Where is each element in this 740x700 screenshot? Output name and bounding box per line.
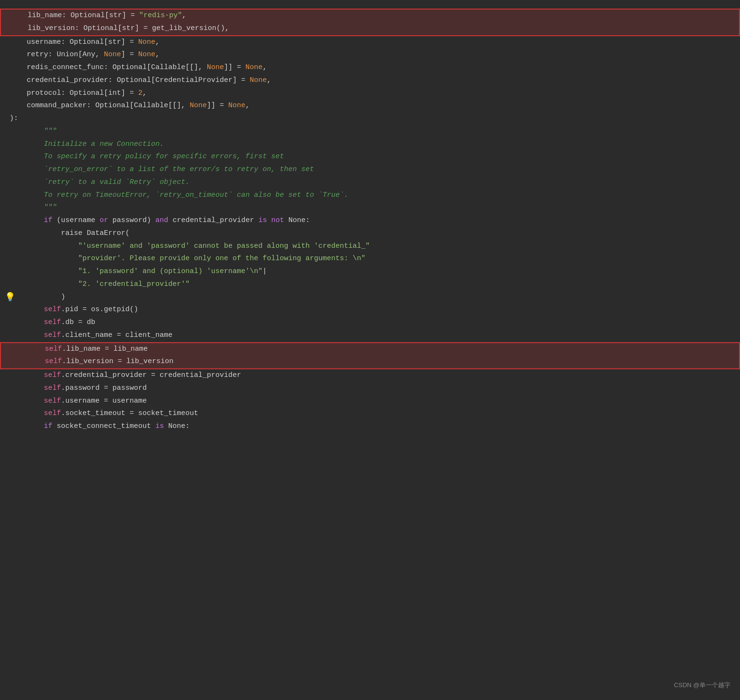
- code-token: self: [44, 384, 61, 392]
- code-token: None: [245, 63, 263, 71]
- code-token: "provider'. Please provide only one of t…: [10, 254, 365, 263]
- code-token: None: [104, 51, 121, 59]
- code-line: "2. 'credential_provider'": [0, 278, 740, 291]
- code-line: if socket_connect_timeout is None:: [0, 420, 740, 433]
- code-token: 2: [138, 89, 142, 97]
- code-token: [10, 216, 44, 224]
- code-token: None: [250, 76, 267, 84]
- code-token: raise DataError(: [10, 229, 130, 237]
- code-line: ): [0, 291, 740, 304]
- code-token: [10, 331, 44, 339]
- code-token: ]] =: [224, 63, 245, 71]
- code-token: None: [190, 101, 207, 110]
- code-token: password): [108, 216, 155, 224]
- code-token: .lib_name = lib_name: [62, 345, 148, 353]
- code-line: username: Optional[str] = None,: [0, 36, 740, 49]
- bulb-icon: 💡: [5, 291, 15, 304]
- code-token: None: [228, 101, 245, 110]
- code-token: .pid = os.getpid(): [61, 305, 138, 314]
- code-token: """: [10, 203, 57, 212]
- code-token: `retry` to a valid `Retry` object.: [10, 178, 190, 186]
- code-token: [10, 318, 44, 326]
- code-token: socket_connect_timeout: [52, 422, 155, 430]
- code-line: "provider'. Please provide only one of t…: [0, 253, 740, 265]
- code-token: None:: [284, 216, 310, 224]
- code-line: protocol: Optional[int] = 2,: [0, 87, 740, 100]
- code-line: self.socket_timeout = socket_timeout: [0, 407, 740, 420]
- code-line: retry: Union[Any, None] = None,: [0, 49, 740, 61]
- code-token: if: [44, 216, 52, 224]
- code-token: is: [155, 422, 164, 430]
- code-line: """: [0, 202, 740, 214]
- code-token: """: [10, 127, 57, 135]
- code-token: self: [44, 409, 61, 417]
- code-line: lib_version: Optional[str] = get_lib_ver…: [0, 22, 740, 36]
- code-token: .password = password: [61, 384, 147, 392]
- code-token: self: [44, 305, 61, 314]
- code-token: ):: [10, 114, 18, 122]
- code-token: "redis-py": [139, 11, 182, 20]
- code-line: lib_name: Optional[str] = "redis-py",: [0, 9, 740, 22]
- code-token: [10, 422, 44, 430]
- code-token: To retry on TimeoutError, `retry_on_time…: [10, 191, 348, 199]
- code-token: [10, 397, 44, 405]
- code-line: """: [0, 125, 740, 138]
- code-token: (username: [52, 216, 100, 224]
- code-line: self.client_name = client_name: [0, 329, 740, 342]
- code-line: To retry on TimeoutError, `retry_on_time…: [0, 189, 740, 202]
- code-token: .username = username: [61, 397, 147, 405]
- code-line: `retry` to a valid `Retry` object.: [0, 176, 740, 189]
- code-line: if (username or password) and credential…: [0, 214, 740, 227]
- code-token: self: [45, 345, 62, 353]
- code-token: credential_provider: Optional[Credential…: [10, 76, 250, 84]
- code-token: [10, 409, 44, 417]
- code-token: "'username' and 'password' cannot be pas…: [10, 242, 370, 250]
- code-token: [10, 345, 45, 353]
- code-token: .client_name = client_name: [61, 331, 172, 339]
- code-line: `retry_on_error` to a list of the error/…: [0, 163, 740, 176]
- code-token: ,: [245, 101, 250, 110]
- code-token: lib_version: Optional[str] = get_lib_ver…: [10, 24, 229, 32]
- code-line: "'username' and 'password' cannot be pas…: [0, 240, 740, 253]
- code-token: Initialize a new Connection.: [10, 140, 164, 148]
- code-token: None:: [164, 422, 190, 430]
- code-token: self: [44, 318, 61, 326]
- code-line: self.lib_name = lib_name: [0, 342, 740, 356]
- code-token: protocol: Optional[int] =: [10, 89, 138, 97]
- code-token: `retry_on_error` to a list of the error/…: [10, 165, 314, 173]
- watermark: CSDN @单一个越字: [674, 680, 730, 690]
- code-token: self: [45, 357, 62, 365]
- code-token: self: [44, 371, 61, 379]
- code-line: credential_provider: Optional[Credential…: [0, 74, 740, 87]
- code-line: self.password = password: [0, 382, 740, 395]
- code-token: To specify a retry policy for specific e…: [10, 152, 284, 161]
- code-token: None: [138, 51, 155, 59]
- code-token: not: [271, 216, 284, 224]
- code-line: self.db = db: [0, 316, 740, 329]
- code-line: command_packer: Optional[Callable[[], No…: [0, 100, 740, 112]
- code-line: Initialize a new Connection.: [0, 138, 740, 151]
- code-token: credential_provider: [168, 216, 258, 224]
- code-line: redis_connect_func: Optional[Callable[[]…: [0, 61, 740, 74]
- code-token: self: [44, 397, 61, 405]
- code-token: ]] =: [207, 101, 228, 110]
- code-token: "1. 'password' and (optional) 'username'…: [10, 267, 263, 275]
- code-token: .db = db: [61, 318, 95, 326]
- code-token: None: [138, 38, 155, 46]
- code-editor: lib_name: Optional[str] = "redis-py", li…: [0, 0, 740, 700]
- code-line: self.lib_version = lib_version: [0, 355, 740, 369]
- code-token: .credential_provider = credential_provid…: [61, 371, 241, 379]
- code-token: |: [263, 267, 267, 275]
- code-token: [10, 384, 44, 392]
- code-token: ,: [267, 76, 271, 84]
- code-token: ] =: [121, 51, 138, 59]
- code-token: is: [258, 216, 267, 224]
- code-token: command_packer: Optional[Callable[[],: [10, 101, 190, 110]
- code-line: self.username = username: [0, 395, 740, 408]
- code-token: [10, 305, 44, 314]
- code-token: "2. 'credential_provider'": [10, 280, 190, 288]
- code-token: self: [44, 331, 61, 339]
- code-token: None: [207, 63, 224, 71]
- code-token: lib_name: Optional[str] =: [10, 11, 139, 20]
- code-line: raise DataError(: [0, 227, 740, 240]
